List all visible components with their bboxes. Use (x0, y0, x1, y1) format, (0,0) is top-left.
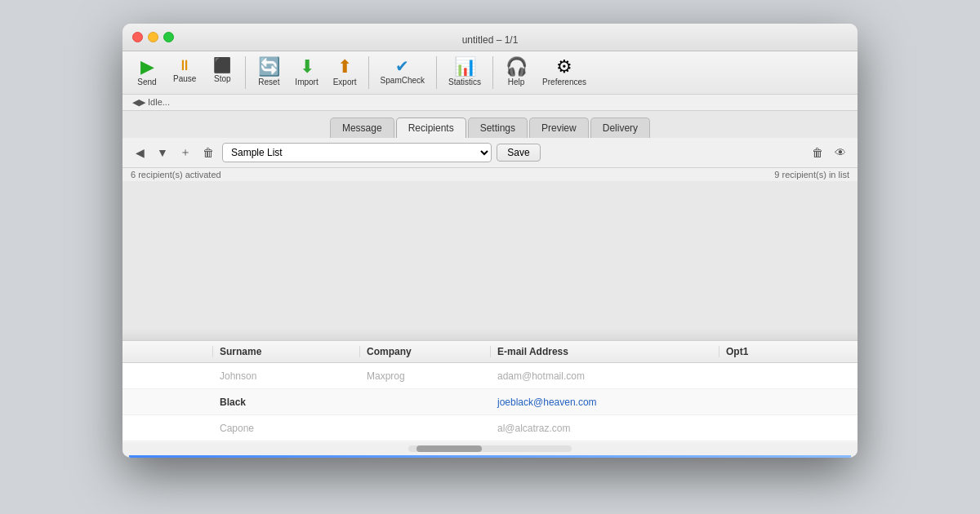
table-row: 🧑 🔴 4 Ed Harris ed@abyss.net (122, 441, 858, 442)
window-title: untitled – 1/1 (132, 34, 848, 46)
export-icon: ⬆ (337, 58, 352, 76)
reset-icon: 🔄 (258, 58, 280, 76)
status-bar: ◀▶ Idle... (122, 94, 858, 111)
tab-bar: Message Recipients Settings Preview Deli… (122, 111, 858, 138)
view-icon[interactable]: 👁 (831, 144, 849, 162)
horizontal-scrollbar-thumb[interactable] (416, 445, 482, 452)
row-surname: Capone (213, 419, 360, 437)
row-company (360, 425, 491, 432)
row-email: joeblack@heaven.com (491, 393, 719, 411)
help-button[interactable]: 🎧 Help (498, 56, 534, 88)
col-email: E-mail Address (491, 346, 719, 357)
row-opt1 (719, 399, 785, 405)
nav-back-icon[interactable]: ◀ (131, 144, 149, 162)
tab-preview[interactable]: Preview (529, 117, 589, 138)
accent-line (129, 455, 851, 458)
preferences-icon: ⚙ (556, 58, 572, 76)
stop-label: Stop (214, 74, 231, 83)
scrollbar-area (122, 442, 858, 455)
row-company: Maxprog (360, 367, 491, 385)
import-label: Import (295, 78, 318, 86)
col-surname: Surname (213, 346, 360, 357)
mac-window: untitled – 1/1 ▶ Send ⏸ Pause ⬛ Stop 🔄 R… (122, 24, 858, 458)
in-list-count: 9 recipient(s) in list (774, 170, 849, 179)
statistics-button[interactable]: 📊 Statistics (442, 56, 488, 88)
list-select[interactable]: Sample List (222, 143, 492, 162)
preferences-label: Preferences (542, 78, 586, 86)
recipients-info-bar: 6 recipient(s) activated 9 recipient(s) … (122, 168, 858, 181)
table-header: Delivery Firstname Surname Company E-mai… (122, 341, 858, 363)
row-email: adam@hotmail.com (491, 367, 719, 385)
toolbar-separator-1 (245, 56, 246, 89)
col-opt1: Opt1 (719, 346, 785, 357)
send-label: Send (137, 78, 156, 86)
pause-label: Pause (173, 74, 196, 83)
table-row: 🧑 ✖ 3 Al Capone al@alcatraz.com (122, 415, 858, 441)
row-firstname: Al (122, 419, 213, 437)
status-text: ◀▶ Idle... (132, 97, 170, 108)
preferences-button[interactable]: ⚙ Preferences (536, 56, 593, 88)
send-button[interactable]: ▶ Send (129, 56, 165, 88)
help-icon: 🎧 (506, 58, 528, 76)
recipients-table: Delivery Firstname Surname Company E-mai… (122, 340, 858, 442)
pause-icon: ⏸ (177, 58, 192, 73)
activated-count: 6 recipient(s) activated (131, 170, 221, 179)
row-surname: Black (213, 393, 360, 411)
horizontal-scrollbar-track[interactable] (408, 445, 572, 452)
tab-delivery[interactable]: Delivery (590, 117, 650, 138)
tab-settings[interactable]: Settings (468, 117, 528, 138)
spamcheck-icon: ✔ (395, 58, 409, 74)
maximize-button[interactable] (163, 32, 174, 42)
dropdown-arrow-icon[interactable]: ▼ (154, 144, 172, 162)
add-list-icon[interactable]: ＋ (176, 144, 194, 162)
reset-button[interactable]: 🔄 Reset (251, 56, 287, 88)
delete-list-icon[interactable]: 🗑 (199, 144, 217, 162)
toolbar-separator-3 (436, 56, 437, 89)
col-firstname: Firstname (122, 346, 213, 357)
toolbar-separator-2 (368, 56, 369, 89)
row-opt1 (719, 373, 785, 379)
close-button[interactable] (132, 32, 143, 42)
recipients-control-bar: ◀ ▼ ＋ 🗑 Sample List Save 🗑 👁 (122, 138, 858, 168)
import-button[interactable]: ⬇ Import (288, 56, 324, 88)
app-window: untitled – 1/1 ▶ Send ⏸ Pause ⬛ Stop 🔄 R… (122, 24, 858, 458)
table-row: 🧑 ✔ 1 Adam Johnson Maxprog adam@hotmail.… (122, 363, 858, 389)
tab-message[interactable]: Message (330, 117, 394, 138)
table-row: 🧑 ✔ 2 Joe Black joeblack@heaven.com (122, 389, 858, 415)
spamcheck-button[interactable]: ✔ SpamCheck (374, 56, 431, 86)
save-button[interactable]: Save (497, 144, 540, 162)
toolbar-separator-4 (492, 56, 493, 89)
statistics-label: Statistics (448, 78, 481, 86)
import-icon: ⬇ (300, 58, 314, 76)
stop-button[interactable]: ⬛ Stop (204, 56, 240, 85)
row-firstname: Adam (122, 367, 213, 385)
row-opt1 (719, 425, 785, 432)
trash-icon[interactable]: 🗑 (808, 144, 826, 162)
export-button[interactable]: ⬆ Export (327, 56, 363, 88)
tab-recipients[interactable]: Recipients (396, 117, 466, 138)
help-label: Help (508, 78, 525, 86)
export-label: Export (333, 78, 357, 86)
statistics-icon: 📊 (454, 58, 476, 76)
pause-button[interactable]: ⏸ Pause (167, 56, 203, 85)
row-email: al@alcatraz.com (491, 419, 719, 437)
toolbar: ▶ Send ⏸ Pause ⬛ Stop 🔄 Reset ⬇ Import ⬆ (122, 51, 858, 94)
row-company (360, 399, 491, 405)
stop-icon: ⬛ (213, 58, 231, 73)
reset-label: Reset (258, 78, 279, 86)
title-bar: untitled – 1/1 (122, 24, 858, 51)
send-icon: ▶ (140, 58, 154, 76)
row-firstname: Joe (122, 393, 213, 411)
col-company: Company (360, 346, 491, 357)
minimize-button[interactable] (148, 32, 158, 42)
row-surname: Johnson (213, 367, 360, 385)
spamcheck-label: SpamCheck (381, 76, 425, 85)
